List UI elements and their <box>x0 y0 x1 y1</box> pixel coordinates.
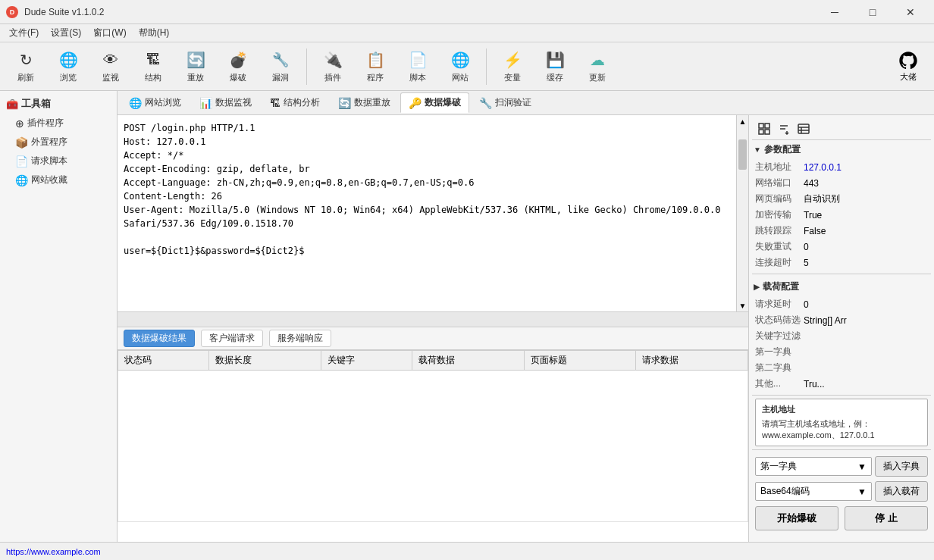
menu-window[interactable]: 窗口(W) <box>87 25 132 41</box>
toolbar-separator-2 <box>486 48 487 85</box>
toolbar-monitor[interactable]: 👁 监视 <box>91 45 130 88</box>
toolbar: ↻ 刷新 🌐 浏览 👁 监视 🏗 结构 🔄 重放 💣 爆破 🔧 漏洞 🔌 插件 … <box>0 42 934 91</box>
scroll-thumb[interactable] <box>738 139 747 170</box>
right-row-ssl: 加密传输 True <box>752 207 931 223</box>
col-status: 状态码 <box>118 351 209 371</box>
action-button-row: 开始爆破 停 止 <box>755 506 928 530</box>
toolbar-website[interactable]: 🌐 网站 <box>440 45 480 88</box>
sidebar-item-overlay-program[interactable]: 📦 外置程序 <box>3 133 114 152</box>
tooltip-title: 主机地址 <box>762 404 921 415</box>
right-row-status-filter: 状态码筛选 String[] Arr <box>752 312 931 328</box>
toolbar-script[interactable]: 📄 脚本 <box>398 45 437 88</box>
col-length: 数据长度 <box>209 351 321 371</box>
toolbar-replay[interactable]: 🔄 重放 <box>176 45 215 88</box>
param-arrow-icon: ▼ <box>754 145 761 154</box>
toolbar-update[interactable]: ☁ 更新 <box>578 45 617 88</box>
result-tab-client[interactable]: 客户端请求 <box>201 330 263 347</box>
tab-scan[interactable]: 🔧 扫洞验证 <box>471 92 540 113</box>
right-row-port: 网络端口 443 <box>752 175 931 191</box>
tab-replay[interactable]: 🔄 数据重放 <box>330 92 399 113</box>
right-row-encoding: 网页编码 自动识别 <box>752 191 931 207</box>
request-editor[interactable]: POST /login.php HTTP/1.1 Host: 127.0.0.1… <box>118 115 736 311</box>
sidebar-item-plugin-program[interactable]: ⊕ 插件程序 <box>3 114 114 133</box>
insert-dict-button[interactable]: 插入字典 <box>875 456 928 477</box>
cache-icon: 💾 <box>544 49 566 70</box>
param-config-header[interactable]: ▼ 参数配置 <box>752 140 931 159</box>
divider-2 <box>752 395 931 396</box>
status-url: https://www.example.com <box>6 547 101 556</box>
variable-icon: ⚡ <box>502 49 523 70</box>
tooltip-text: 请填写主机域名或地址，例：www.example.com、127.0.0.1 <box>762 418 921 441</box>
svg-rect-7 <box>798 124 809 133</box>
toolbar-cache[interactable]: 💾 缓存 <box>535 45 575 88</box>
tooltip-box: 主机地址 请填写主机域名或地址，例：www.example.com、127.0.… <box>755 399 928 446</box>
main-content: POST /login.php HTTP/1.1 Host: 127.0.0.1… <box>118 115 748 542</box>
toolbar-leak[interactable]: 🔧 漏洞 <box>261 45 300 88</box>
result-tabs: 数据爆破结果 客户端请求 服务端响应 <box>118 327 748 350</box>
right-tb-list-btn[interactable] <box>795 120 813 138</box>
sidebar-item-request-script[interactable]: 📄 请求脚本 <box>3 152 114 171</box>
scroll-down-btn[interactable]: ▼ <box>737 299 748 311</box>
data-table: 状态码 数据长度 关键字 载荷数据 页面标题 请求数据 <box>118 350 748 522</box>
plugin-program-icon: ⊕ <box>15 117 24 130</box>
toolbar-refresh[interactable]: ↻ 刷新 <box>6 45 45 88</box>
monitor-icon: 👁 <box>100 49 121 70</box>
website-fav-icon: 🌐 <box>15 174 28 186</box>
sidebar-item-website-fav[interactable]: 🌐 网站收藏 <box>3 171 114 189</box>
minimize-button[interactable]: ─ <box>817 0 852 24</box>
status-bar: https://www.example.com <box>0 542 934 560</box>
dict-dropdown[interactable]: 第一字典 ▼ <box>755 457 872 476</box>
right-row-retry: 失败重试 0 <box>752 239 931 255</box>
refresh-icon: ↻ <box>15 49 36 70</box>
menu-file[interactable]: 文件(F) <box>3 25 45 41</box>
encoding-dropdown-arrow-icon: ▼ <box>857 486 867 497</box>
replay-icon: 🔄 <box>185 49 206 70</box>
toolbar-browse[interactable]: 🌐 浏览 <box>49 45 88 88</box>
leak-icon: 🔧 <box>270 49 291 70</box>
right-row-delay: 请求延时 0 <box>752 296 931 312</box>
github-button[interactable]: 大佬 <box>889 50 928 83</box>
menu-bar: 文件(F) 设置(S) 窗口(W) 帮助(H) <box>0 24 934 42</box>
program-icon: 📋 <box>365 49 386 70</box>
maximize-button[interactable]: □ <box>855 0 890 24</box>
toolbar-program[interactable]: 📋 程序 <box>356 45 395 88</box>
inner-content: POST /login.php HTTP/1.1 Host: 127.0.0.1… <box>118 115 934 542</box>
tab-browse[interactable]: 🌐 网站浏览 <box>121 92 190 113</box>
toolbar-variable[interactable]: ⚡ 变量 <box>493 45 532 88</box>
right-row-timeout: 连接超时 5 <box>752 255 931 271</box>
svg-rect-2 <box>759 130 763 134</box>
close-button[interactable]: ✕ <box>893 0 928 24</box>
encoding-dropdown[interactable]: Base64编码 ▼ <box>755 482 872 501</box>
right-tb-sort-btn[interactable] <box>775 120 793 138</box>
payload-config-header[interactable]: ▶ 载荷配置 <box>752 277 931 296</box>
website-icon: 🌐 <box>450 49 471 70</box>
menu-help[interactable]: 帮助(H) <box>133 25 176 41</box>
dict-dropdown-row: 第一字典 ▼ 插入字典 <box>755 456 928 477</box>
right-tb-grid-btn[interactable] <box>755 120 773 138</box>
tab-structure[interactable]: 🏗 结构分析 <box>262 92 328 113</box>
right-row-dict1: 第一字典 <box>752 344 931 360</box>
table-body <box>118 371 748 522</box>
request-scrollbar[interactable]: ▲ ▼ <box>736 115 748 311</box>
toolbar-plugin[interactable]: 🔌 插件 <box>313 45 353 88</box>
start-exploit-button[interactable]: 开始爆破 <box>755 506 838 530</box>
encoding-dropdown-row: Base64编码 ▼ 插入载荷 <box>755 481 928 502</box>
script-icon: 📄 <box>407 49 428 70</box>
structure-icon: 🏗 <box>143 49 164 70</box>
result-tab-results[interactable]: 数据爆破结果 <box>124 330 195 347</box>
toolbox-icon: 🧰 <box>6 99 18 110</box>
toolbar-separator-1 <box>306 48 307 85</box>
toolbar-right: 大佬 <box>889 50 928 83</box>
stop-exploit-button[interactable]: 停 止 <box>845 506 928 530</box>
tab-monitor[interactable]: 📊 数据监视 <box>191 92 260 113</box>
sidebar-header: 🧰 工具箱 <box>3 94 114 114</box>
toolbar-exploit[interactable]: 💣 爆破 <box>218 45 258 88</box>
tab-exploit[interactable]: 🔑 数据爆破 <box>400 92 469 113</box>
sidebar: 🧰 工具箱 ⊕ 插件程序 📦 外置程序 📄 请求脚本 🌐 网站收藏 <box>0 91 118 542</box>
toolbar-structure[interactable]: 🏗 结构 <box>133 45 173 88</box>
insert-payload-button[interactable]: 插入载荷 <box>875 481 928 502</box>
result-tab-server[interactable]: 服务端响应 <box>269 330 331 347</box>
menu-settings[interactable]: 设置(S) <box>45 25 87 41</box>
content-wrapper: 🌐 网站浏览 📊 数据监视 🏗 结构分析 🔄 数据重放 🔑 数据爆破 🔧 <box>118 91 934 542</box>
scroll-up-btn[interactable]: ▲ <box>737 115 748 127</box>
